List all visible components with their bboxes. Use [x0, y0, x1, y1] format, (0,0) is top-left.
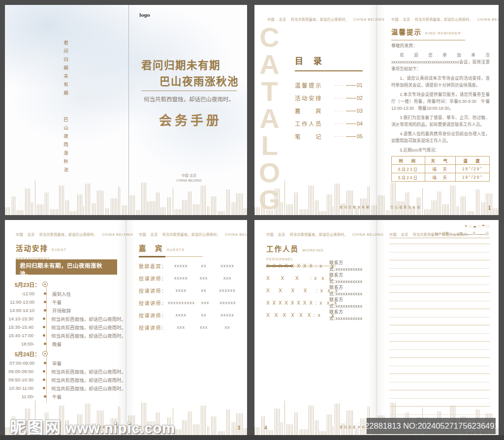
- timeline-dot-icon: [44, 301, 46, 303]
- toc-item[interactable]: 笔 记····05: [295, 133, 363, 139]
- item-desc: 何当共剪西窗烛，却话巴山夜雨时。: [51, 368, 126, 375]
- nipic-watermark: 昵图网 www.nipic.com: [10, 414, 175, 435]
- guest-cell: xx: [215, 325, 240, 330]
- sun-checkbox[interactable]: □: [469, 224, 471, 228]
- cloud-icon: ☁: [472, 224, 476, 228]
- section-title-zh: 工作人员: [266, 245, 299, 253]
- date-line: Date/日期:年月日: [435, 231, 489, 236]
- toc-list: 温馨提示····01 活动安排····02 嘉 宾····03 工作人员····…: [295, 82, 363, 139]
- item-time: 14:00-14:10: [5, 308, 34, 313]
- personnel-contact: 联系方式:xxxxxxxxxxx: [329, 259, 373, 272]
- personnel-row: X X X X X X X X : x x x联系方式:xxxxxxxxxxx: [266, 300, 373, 305]
- toc-item[interactable]: 温馨提示····01: [295, 82, 363, 88]
- header-poem: 何当共剪西窗烛，却话巴山夜雨时。: [39, 232, 97, 237]
- page-header: 中国 北京 何当共剪西窗烛，却话巴山夜雨时。 CHINA BEIJING: [267, 17, 371, 22]
- item-time: -12:00: [5, 291, 34, 296]
- reminder-body: 尊敬的来宾： 欢迎您参加本次xxxxxxxxxxxxxxxxxxxxxxxxxx…: [391, 42, 490, 182]
- guest-cell: xxx: [193, 325, 215, 330]
- guest-cell: xxxxxxxxxx: [168, 300, 195, 305]
- guest-cell: xxxxx: [169, 276, 193, 281]
- header-cn1: 中国: [391, 17, 399, 22]
- date-year-blank[interactable]: [450, 231, 460, 235]
- rain-checkbox[interactable]: □: [487, 224, 489, 228]
- timeline-dot-icon: [43, 326, 45, 328]
- guest-row: 授课讲师：xxxxxxxxxxxxxxxxxxx: [139, 300, 240, 305]
- footer-stamp-left: 君问归期未有期: [340, 205, 371, 209]
- guest-list: 致辞嘉宾：xxxxxxxxxxxx 授课讲师：xxxxxxxxxxx 授课讲师：…: [139, 263, 240, 337]
- header-cn1: 中国: [16, 232, 23, 237]
- toc-item-label: 嘉 宾: [295, 107, 322, 115]
- page-number: 1: [488, 205, 491, 211]
- weather-checkbox-row: ☀□ ☁□ ☂□: [464, 224, 489, 228]
- personnel-row: X X X X X X X X : x x联系方式:xxxxxxxxxxx: [266, 263, 373, 268]
- header-cn1: 中国: [266, 232, 274, 237]
- cloud-checkbox[interactable]: □: [478, 224, 480, 228]
- personnel-contact: 联系方式:xxxxxxxxxxx: [329, 309, 373, 321]
- cover-divider: [141, 91, 237, 91]
- date-label: 5月23日：: [5, 281, 34, 288]
- guest-cell: xx: [193, 263, 215, 268]
- toc-item-label: 温馨提示: [295, 81, 322, 89]
- weather-table-row: 5月23日 晴 天 18°/29°: [392, 165, 490, 173]
- header-poem: 何当共剪西窗烛，却话巴山夜雨时。: [162, 232, 220, 237]
- item-desc: 何当共剪西窗烛，却话巴山夜雨时。: [51, 324, 126, 331]
- timeline-bullseye-icon: [42, 282, 48, 287]
- cover-location: 中国·北京 CHINA·BEIJING: [141, 173, 237, 183]
- timeline-dot-icon: [44, 292, 46, 295]
- reminder-paragraph: 欢迎您参加本次xxxxxxxxxxxxxxxxxxxxxxxxxxxxxxxx会…: [391, 52, 490, 72]
- logo-text: logo: [139, 13, 150, 18]
- header-poem: 何当共剪西窗烛，却话巴山夜雨时。: [291, 17, 349, 22]
- header-poem: 何当共剪西窗烛，却话巴山夜雨时。: [290, 232, 348, 237]
- weather-col-weather: 天 气: [425, 157, 455, 165]
- guest-cell: xxxxx: [215, 313, 240, 317]
- date-month-blank[interactable]: [463, 231, 472, 235]
- schedule-item: -12:00报到入住: [5, 291, 126, 296]
- guest-role: 授课讲师：: [139, 312, 169, 319]
- toc-item[interactable]: 工作人员····04: [295, 121, 363, 126]
- guest-cell: xxxxxx: [215, 288, 240, 293]
- template-preview-stage: 君问归期未有期 巴山夜雨涨秋池 logo 君问归期未有期 巴山夜雨涨秋池 何当共…: [0, 0, 504, 440]
- weather-cell: 19°/29°: [455, 173, 489, 182]
- page-number: 4: [264, 425, 267, 431]
- guest-row: 致辞嘉宾：xxxxxxxxxxxx: [139, 263, 240, 268]
- vertical-poem-line2: 巴山夜雨涨秋池: [63, 117, 68, 176]
- schedule-item: 15:40-17:00何当共剪西窗烛，却话巴山夜雨时。: [5, 333, 126, 338]
- timeline-dot-icon: [44, 309, 46, 312]
- section-title-reminder: 温馨提示KIND REMINDER: [391, 27, 465, 40]
- reminder-paragraph: 3.我们为您准备了感冒、晕车、止泻、防过敏、消炎等常用的药品，如有需要请您联系工…: [391, 114, 490, 128]
- cover-book-title: 会务手册: [141, 110, 237, 128]
- guest-row: 授课讲师：xxxxxxxxxxx: [139, 276, 240, 281]
- page-event: 中国 北京 何当共剪西窗烛，却话巴山夜雨时。 CHINA BEIJING 活动安…: [5, 220, 126, 435]
- timeline-bullseye-icon: [42, 351, 48, 356]
- cover-title-line2: 巴山夜雨涨秋池: [159, 73, 239, 88]
- header-cn2: 北京: [401, 232, 409, 237]
- toc-item[interactable]: 嘉 宾····03: [295, 108, 363, 114]
- guest-cell: xxxxxx: [216, 300, 240, 305]
- toc-item-label: 活动安排: [295, 94, 322, 102]
- section-underline: [391, 40, 465, 40]
- toc-dash: [346, 85, 356, 86]
- sun-icon: ☀: [464, 224, 468, 228]
- item-desc: 报到入住: [52, 290, 71, 297]
- cover-subtitle: 何当共剪西窗烛，却话巴山夜雨时。: [139, 95, 239, 103]
- toc-leader: ····04: [335, 121, 363, 126]
- page-header: 中国 北京 何当共剪西窗烛，却话巴山夜雨时。 CHINA BEIJING: [16, 232, 120, 237]
- item-desc: 何当共剪西窗烛，却话巴山夜雨时。: [51, 315, 126, 322]
- section-title-en: KIND REMINDER: [425, 31, 461, 35]
- item-desc: 晚餐: [52, 341, 62, 347]
- item-desc: 何当共剪西窗烛，却话巴山夜雨时。: [51, 385, 126, 392]
- page-header: 中国 北京 何当共剪西窗烛，却话巴山夜雨时。 CHINA BEIJING: [391, 17, 486, 22]
- stock-id-watermark: ID:22881813 NO:20240527175623649107: [367, 418, 496, 434]
- vertical-poem-line1: 君问归期未有期: [63, 40, 68, 99]
- schedule-item: 14:00-14:10开场致辞: [5, 308, 126, 313]
- panel-catalogue-spread: CATALOGUE 中国 北京 何当共剪西窗烛，却话巴山夜雨时。 CHINA B…: [254, 5, 499, 215]
- weather-table: 时 间 天 气 温 度 5月23日 晴 天 18°/29° 5月24日 晴 天 …: [391, 156, 490, 182]
- toc-item[interactable]: 活动安排····02: [295, 95, 363, 101]
- footer-stamp-right: 巴山夜雨涨秋池: [390, 205, 421, 209]
- reminder-paragraph: 2.本次专场会议提供餐饮服务，请您凭餐券至餐厅（一楼）用餐，用餐时间：早餐6:3…: [391, 91, 490, 112]
- date-day-blank[interactable]: [476, 231, 486, 235]
- toc-dash: [346, 124, 356, 124]
- personnel-list: X X X X X X X X : x x联系方式:xxxxxxxxxxx X …: [266, 263, 373, 325]
- header-cn1: 中国: [389, 232, 397, 237]
- schedule-date-row: 5月24日：: [5, 350, 126, 357]
